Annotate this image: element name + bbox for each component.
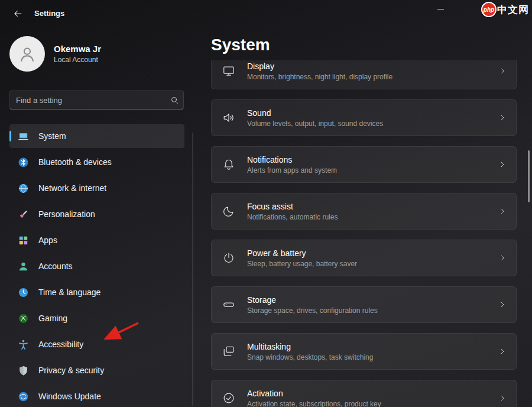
person-icon: [17, 44, 37, 64]
sidebar-item-label: Accessibility: [38, 340, 83, 349]
card-subtitle: Activation state, subscriptions, product…: [247, 400, 381, 407]
sidebar-item-label: Gaming: [38, 314, 67, 323]
settings-card-multitasking[interactable]: Multitasking Snap windows, desktops, tas…: [211, 333, 517, 370]
sidebar-item-label: Time & language: [38, 288, 100, 297]
storage-icon: [222, 298, 235, 311]
php-badge-icon: php: [481, 2, 497, 17]
card-title: Sound: [247, 108, 383, 118]
sidebar-nav: System Bluetooth & devices Network & int…: [9, 124, 184, 407]
windows-update-icon: [18, 391, 29, 402]
sidebar-item-label: Accounts: [38, 261, 73, 271]
card-title: Notifications: [247, 155, 337, 164]
sidebar-item-label: Apps: [38, 235, 57, 245]
chevron-right-icon: [498, 207, 507, 215]
settings-card-focus-assist[interactable]: Focus assist Notifications, automatic ru…: [211, 193, 517, 230]
chevron-right-icon: [498, 114, 507, 122]
personalization-icon: [18, 209, 29, 220]
sidebar: Okemwa Jr Local Account System Bluetooth…: [0, 27, 195, 407]
accessibility-icon: [18, 339, 29, 350]
titlebar: Settings php 中文网: [0, 0, 532, 27]
app-title: Settings: [34, 9, 64, 18]
system-icon: [18, 131, 29, 142]
card-subtitle: Storage space, drives, configuration rul…: [247, 306, 378, 315]
back-button[interactable]: [8, 7, 26, 21]
settings-card-power-battery[interactable]: Power & battery Sleep, battery usage, ba…: [211, 240, 517, 276]
display-icon: [222, 64, 235, 77]
minimize-icon: [437, 9, 444, 9]
user-account[interactable]: Okemwa Jr Local Account: [9, 35, 181, 72]
watermark-text: 中文网: [497, 3, 529, 17]
apps-icon: [18, 235, 29, 246]
card-subtitle: Monitors, brightness, night light, displ…: [247, 73, 392, 81]
settings-card-activation[interactable]: Activation Activation state, subscriptio…: [211, 380, 517, 407]
sidebar-item-time-language[interactable]: Time & language: [9, 280, 184, 304]
sidebar-item-label: Network & internet: [38, 183, 106, 193]
settings-card-list: Display Monitors, brightness, night ligh…: [211, 60, 517, 407]
sidebar-item-privacy-security[interactable]: Privacy & security: [9, 358, 184, 382]
sidebar-item-label: System: [38, 131, 66, 141]
card-title: Focus assist: [247, 202, 338, 211]
network-icon: [18, 183, 29, 194]
search-icon[interactable]: [166, 91, 183, 109]
card-subtitle: Notifications, automatic rules: [247, 213, 338, 221]
card-title: Storage: [247, 295, 378, 305]
multitasking-icon: [222, 345, 235, 358]
sidebar-item-network-internet[interactable]: Network & internet: [9, 176, 184, 200]
card-subtitle: Volume levels, output, input, sound devi…: [247, 119, 383, 128]
chevron-right-icon: [498, 254, 507, 262]
chevron-right-icon: [498, 394, 507, 402]
avatar: [9, 36, 45, 72]
power-icon: [222, 251, 235, 264]
user-account-type: Local Account: [54, 56, 101, 64]
main-panel: System Display Monitors, brightness, nig…: [195, 27, 532, 407]
bluetooth-icon: [18, 157, 29, 168]
settings-card-sound[interactable]: Sound Volume levels, output, input, soun…: [211, 99, 517, 136]
sidebar-item-accessibility[interactable]: Accessibility: [9, 332, 184, 356]
chevron-right-icon: [498, 301, 507, 309]
card-subtitle: Alerts from apps and system: [247, 166, 337, 175]
chevron-right-icon: [498, 160, 507, 169]
sound-icon: [222, 111, 235, 124]
sidebar-scrollbar[interactable]: [192, 133, 193, 406]
time-language-icon: [18, 287, 29, 298]
main-scrollbar[interactable]: [528, 150, 530, 202]
privacy-icon: [18, 365, 29, 376]
back-arrow-icon: [12, 9, 22, 18]
sidebar-item-windows-update[interactable]: Windows Update: [9, 385, 184, 407]
watermark-logo: php 中文网: [481, 1, 529, 18]
chevron-right-icon: [498, 67, 507, 75]
chevron-right-icon: [498, 347, 507, 356]
settings-card-notifications[interactable]: Notifications Alerts from apps and syste…: [211, 146, 517, 183]
sidebar-item-accounts[interactable]: Accounts: [9, 254, 184, 278]
search-box: [9, 91, 184, 109]
focus-assist-icon: [222, 205, 235, 218]
page-title: System: [211, 35, 270, 54]
card-title: Power & battery: [247, 248, 357, 258]
card-title: Multitasking: [247, 342, 373, 351]
card-title: Display: [247, 62, 392, 71]
gaming-icon: [18, 313, 29, 324]
sidebar-item-label: Privacy & security: [38, 366, 104, 375]
sidebar-item-label: Personalization: [38, 209, 95, 219]
user-name: Okemwa Jr: [54, 44, 101, 54]
minimize-button[interactable]: [429, 0, 452, 18]
notifications-icon: [222, 158, 235, 171]
accounts-icon: [18, 261, 29, 272]
sidebar-item-label: Windows Update: [38, 392, 101, 401]
card-title: Activation: [247, 389, 381, 398]
search-input[interactable]: [10, 91, 166, 109]
activation-icon: [222, 392, 235, 405]
sidebar-item-system[interactable]: System: [9, 124, 184, 148]
sidebar-item-bluetooth-devices[interactable]: Bluetooth & devices: [9, 150, 184, 174]
sidebar-item-personalization[interactable]: Personalization: [9, 202, 184, 226]
settings-card-display[interactable]: Display Monitors, brightness, night ligh…: [211, 60, 517, 89]
settings-card-storage[interactable]: Storage Storage space, drives, configura…: [211, 286, 517, 323]
sidebar-item-apps[interactable]: Apps: [9, 228, 184, 252]
card-subtitle: Snap windows, desktops, task switching: [247, 353, 373, 361]
card-subtitle: Sleep, battery usage, battery saver: [247, 260, 357, 268]
sidebar-item-gaming[interactable]: Gaming: [9, 306, 184, 330]
sidebar-item-label: Bluetooth & devices: [38, 157, 112, 167]
